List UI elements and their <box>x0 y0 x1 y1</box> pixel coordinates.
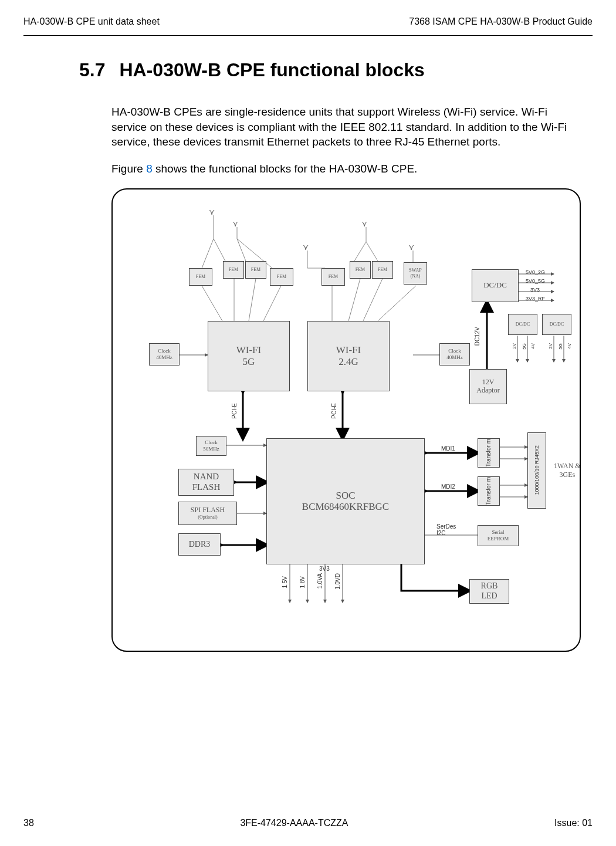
block-rgb-led: RGB LED <box>469 579 509 604</box>
header-divider <box>23 35 593 36</box>
svg-line-19 <box>378 286 416 321</box>
label-wan-ges: 1WAN & 3GEs <box>554 462 581 479</box>
block-clock-40mhz-right: Clock 40MHz <box>439 343 470 366</box>
block-wifi-5g: WI-FI 5G <box>208 321 290 391</box>
label-5v0-2g: 5V0_2G <box>526 269 545 275</box>
svg-line-15 <box>263 286 281 321</box>
svg-line-1 <box>202 239 214 268</box>
block-transformer-2: Transfor m <box>478 476 500 506</box>
block-spi-flash: SPI FLASH (Optional) <box>178 502 237 525</box>
block-nand-flash: NAND FLASH <box>178 469 234 496</box>
label-pcie-right: PCI-E <box>331 403 337 419</box>
issue-number: Issue: 01 <box>554 818 593 828</box>
block-fem-2: FEM <box>223 261 244 279</box>
body-paragraph-2: Figure 8 shows the functional blocks for… <box>111 161 581 177</box>
body-paragraph-1: HA-030W-B CPEs are single-residence unit… <box>111 104 581 150</box>
svg-line-17 <box>348 279 360 321</box>
block-fem-1: FEM <box>189 268 212 286</box>
svg-line-2 <box>214 239 225 261</box>
page-header: HA-030W-B CPE unit data sheet 7368 ISAM … <box>23 16 593 27</box>
block-clock-50mhz: Clock 50MHz <box>196 436 226 456</box>
label-1-8v: 1.8V <box>299 576 306 588</box>
block-dcdc-3: DC/DC <box>542 314 571 335</box>
header-left: HA-030W-B CPE unit data sheet <box>23 16 160 27</box>
block-transformer-1: Transfor m <box>478 438 500 468</box>
block-clock-40mhz-left: Clock 40MHz <box>149 343 180 366</box>
label-4v-b: 4V <box>567 343 572 349</box>
svg-line-18 <box>363 279 383 321</box>
block-fem-6: FEM <box>350 261 371 279</box>
label-2v-b: 2V <box>548 343 553 349</box>
block-rj45: 1000/100/10 RJ45X2 <box>527 432 546 509</box>
svg-line-4 <box>237 239 246 261</box>
block-fem-3: FEM <box>245 261 266 279</box>
block-swap: SWAP (NA) <box>404 262 427 285</box>
p2-part-b: shows the functional blocks for the HA-0… <box>153 163 418 175</box>
svg-line-10 <box>366 242 378 261</box>
spi-flash-optional: (Optional) <box>198 515 217 520</box>
label-mdi1: MDI1 <box>441 445 455 452</box>
section-number: 5.7 <box>79 59 105 80</box>
block-dcdc-main: DC/DC <box>472 269 519 302</box>
diagram-connectors <box>120 204 573 637</box>
functional-block-diagram: ⋎ ⋎ ⋎ ⋎ ⋎ FEM FEM FEM FEM FEM FEM FEM SW… <box>111 188 581 652</box>
page-footer: 38 3FE-47429-AAAA-TCZZA Issue: 01 <box>23 818 593 828</box>
label-3v3-rf: 3V3_RF <box>526 296 545 302</box>
figure-reference: 8 <box>146 163 153 175</box>
p2-part-a: Figure <box>111 163 146 175</box>
label-5v0-5g: 5V0_5G <box>526 278 545 284</box>
block-ddr3: DDR3 <box>178 533 221 556</box>
antenna-icon: ⋎ <box>209 207 215 216</box>
document-number: 3FE-47429-AAAA-TCZZA <box>240 818 348 828</box>
label-serdes-i2c: SerDes I2C <box>436 523 456 536</box>
label-5g-b: 5G <box>558 343 563 350</box>
section-title: HA-030W-B CPE functional blocks <box>119 59 424 80</box>
label-dc12v: DC12V <box>474 327 480 346</box>
antenna-icon: ⋎ <box>361 219 367 228</box>
label-1-0va: 1.0VA <box>317 573 323 589</box>
block-fem-7: FEM <box>372 261 393 279</box>
svg-line-12 <box>202 286 222 321</box>
block-serial-eeprom: Serial EEPROM <box>478 525 519 546</box>
block-soc: SOC BCM68460KRFBGC <box>266 438 425 564</box>
label-pcie-left: PCI-E <box>231 403 238 419</box>
svg-line-9 <box>354 242 366 261</box>
header-right: 7368 ISAM CPE HA-030W-B Product Guide <box>409 16 593 27</box>
block-fem-5: FEM <box>321 268 345 286</box>
label-1-0vd: 1.0VD <box>334 573 341 590</box>
label-mdi2: MDI2 <box>441 483 455 490</box>
label-3v3: 3V3 <box>319 566 330 572</box>
block-12v-adaptor: 12V Adaptor <box>469 369 507 404</box>
label-1-5v: 1.5V <box>282 576 288 588</box>
antenna-icon: ⋎ <box>408 242 414 252</box>
antenna-icon: ⋎ <box>232 219 238 228</box>
block-wifi-2-4g: WI-FI 2.4G <box>307 321 390 391</box>
spi-flash-label: SPI FLASH <box>191 506 225 515</box>
label-2v-a: 2V <box>512 343 517 349</box>
label-4v-a: 4V <box>530 343 536 349</box>
label-5g-a: 5G <box>522 343 527 350</box>
page-number: 38 <box>23 818 34 828</box>
antenna-icon: ⋎ <box>303 242 309 252</box>
block-fem-4: FEM <box>270 268 293 286</box>
label-3v3-out: 3V3 <box>530 287 540 293</box>
block-dcdc-2: DC/DC <box>508 314 537 335</box>
section-heading: 5.7HA-030W-B CPE functional blocks <box>79 59 593 81</box>
svg-line-14 <box>249 279 256 321</box>
